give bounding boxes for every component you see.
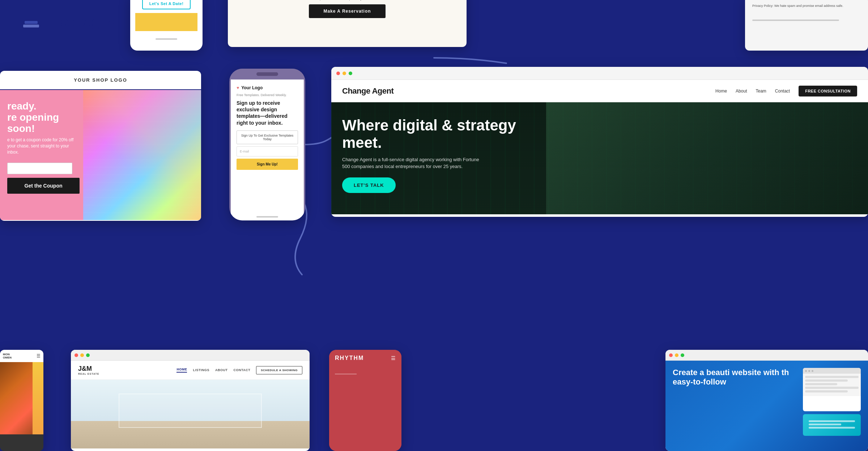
create-headline: Create a beauti website with th easy-to-… (673, 368, 796, 387)
card-privacy: Privacy Policy: We hate spam and promise… (745, 0, 868, 51)
leadpages-icon (22, 15, 41, 30)
make-reservation-button[interactable]: Make A Reservation (309, 4, 385, 18)
realestate-brand-sub: REAL ESTATE (78, 373, 99, 375)
browser-dot-close[interactable] (336, 72, 340, 75)
mockup-line-4 (805, 387, 859, 389)
lets-talk-button[interactable]: LET'S TALK (342, 177, 396, 193)
browser-dot-minimize[interactable] (342, 72, 346, 75)
rhythm-header: RHYTHM ☰ (329, 350, 401, 366)
shop-right-panel (83, 90, 201, 220)
svg-rect-2 (26, 17, 36, 20)
mobile-date-content: Let's Set A Date! (130, 0, 203, 36)
teal-line-2 (809, 424, 841, 425)
realestate-nav: J&M REAL ESTATE HOME LISTINGS ABOUT CONT… (71, 361, 310, 380)
privacy-text: Privacy Policy: We hate spam and promise… (752, 4, 861, 9)
mockup-dot-1 (805, 370, 807, 372)
mobile-form-cta[interactable]: Sign Up To Get Exclusive Templates Today (237, 130, 298, 144)
card-mobile-date: Let's Set A Date! (130, 0, 203, 51)
mockup-line-5 (805, 390, 848, 392)
hero-desk-image (546, 102, 868, 214)
re-dot-minimize[interactable] (80, 353, 84, 357)
get-coupon-button[interactable]: Get the Coupon (7, 178, 80, 194)
card-rhythm: RHYTHM ☰ (329, 350, 401, 451)
mockup-line-3 (805, 383, 837, 385)
nav-link-team[interactable]: Team (756, 89, 766, 94)
mobile-tagline: Free Templates. Delivered Weekly. (237, 93, 298, 97)
mobile-templates-content: ♥ Your Logo Free Templates. Delivered We… (231, 80, 304, 210)
create-image-column (803, 368, 861, 436)
realestate-brand: J&M (78, 365, 92, 372)
mobile-home-indicator (256, 216, 278, 218)
svg-rect-0 (23, 25, 39, 27)
nav-link-about[interactable]: About (736, 89, 747, 94)
svg-rect-1 (25, 21, 38, 24)
change-agent-nav-links: Home About Team Contact FREE CONSULTATIO… (715, 86, 857, 96)
re-nav-home[interactable]: HOME (176, 368, 187, 373)
privacy-content: Privacy Policy: We hate spam and promise… (745, 0, 868, 28)
shop-fashion-image (83, 90, 201, 220)
shop-description: e to get a coupon code for 20% off your … (7, 137, 76, 155)
mobile-logo-row: ♥ Your Logo (237, 85, 298, 90)
realestate-brand-block: J&M REAL ESTATE (78, 365, 99, 375)
card-realestate: J&M REAL ESTATE HOME LISTINGS ABOUT CONT… (71, 350, 310, 451)
mockup-browser-top (803, 368, 861, 374)
nav-link-home[interactable]: Home (715, 89, 727, 94)
schedule-showing-button[interactable]: SCHEDULE A SHOWING (256, 366, 302, 374)
shop-logo: YOUR SHOP LOGO (7, 77, 195, 83)
card-change-agent: Change Agent Home About Team Contact FRE… (331, 67, 868, 217)
browser-toolbar (331, 67, 868, 80)
realestate-content (71, 380, 310, 448)
restaurant-content: 311 JEWELL ROAD, SAINT PAUL, MN | MON - … (228, 0, 467, 25)
mobile-home-bar (156, 38, 177, 40)
hero-title: Where digital & strategy meet. (342, 117, 523, 152)
fashion-overlay (83, 90, 201, 220)
mobile-notch (256, 72, 278, 76)
mobile-bottom-bar (231, 210, 304, 220)
create-dot-close[interactable] (669, 353, 673, 357)
room-wall-detail (119, 394, 262, 428)
rhythm-divider (335, 374, 357, 374)
teal-lines (809, 420, 855, 430)
re-dot-close[interactable] (75, 353, 78, 357)
re-nav-listings[interactable]: LISTINGS (193, 368, 209, 372)
re-nav-contact[interactable]: CONTACT (233, 368, 250, 372)
browser-dot-expand[interactable] (349, 72, 352, 75)
mockup-line-2 (805, 379, 848, 382)
food-logo: MONOMEN (3, 353, 12, 359)
heart-icon: ♥ (237, 85, 239, 90)
card-shop: YOUR SHOP LOGO ready. re opening soon! e… (0, 71, 201, 221)
change-agent-hero: Where digital & strategy meet. Change Ag… (331, 102, 868, 214)
re-browser-bar (71, 350, 310, 361)
nav-link-contact[interactable]: Contact (775, 89, 790, 94)
rhythm-menu-icon[interactable]: ☰ (391, 355, 396, 361)
mockup-browser-body (803, 374, 861, 396)
mobile-sign-up-button[interactable]: Sign Me Up! (237, 159, 298, 170)
mobile-email-input[interactable]: E-mail (237, 146, 298, 156)
mockup-dot-3 (812, 370, 813, 372)
hamburger-menu-icon[interactable]: ☰ (37, 353, 41, 358)
teal-line-3 (809, 427, 855, 429)
create-dot-minimize[interactable] (675, 353, 678, 357)
re-nav-about[interactable]: ABOUT (215, 368, 228, 372)
restaurant-address: 311 JEWELL ROAD, SAINT PAUL, MN | MON - … (278, 0, 416, 1)
shop-left-panel: ready. re opening soon! e to get a coupo… (0, 90, 83, 220)
shop-email-input[interactable] (7, 163, 72, 174)
room-background (71, 380, 310, 448)
free-consultation-button[interactable]: FREE CONSULTATION (799, 86, 857, 96)
mobile-headline: Sign up to receive exclusive design temp… (237, 100, 298, 126)
mobile-top-bar (229, 69, 305, 80)
logo-text: Leadpages (46, 14, 114, 30)
shop-title-1: ready. (7, 101, 76, 112)
food-header: MONOMEN ☰ (0, 350, 43, 362)
change-agent-brand: Change Agent (342, 86, 393, 96)
create-text-column: Create a beauti website with th easy-to-… (673, 368, 796, 387)
create-dot-expand[interactable] (681, 353, 684, 357)
create-browser-mockup (803, 368, 861, 411)
lets-set-date-button[interactable]: Let's Set A Date! (142, 0, 191, 9)
yellow-accent (33, 362, 43, 434)
rhythm-logo: RHYTHM (335, 355, 364, 361)
card-create: Create a beauti website with th easy-to-… (665, 350, 868, 451)
re-dot-expand[interactable] (86, 353, 90, 357)
shop-header: YOUR SHOP LOGO (0, 71, 201, 90)
shop-title-2: re opening soon! (7, 112, 76, 134)
